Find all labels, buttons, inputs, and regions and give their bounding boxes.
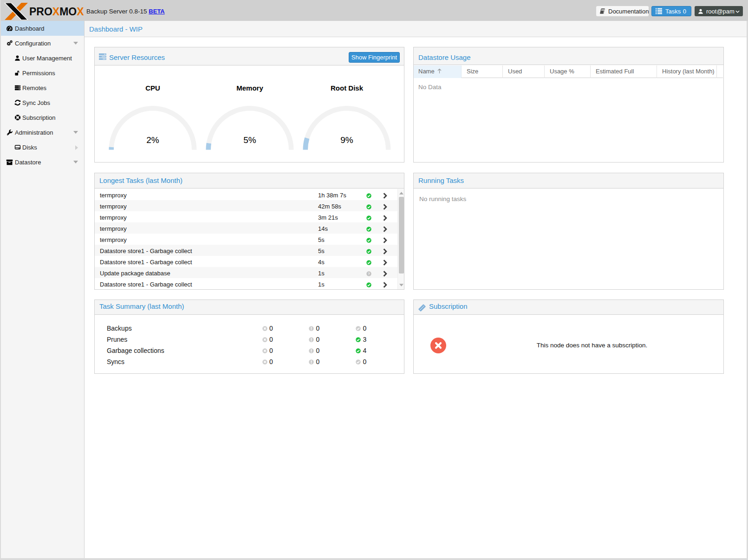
svg-text:?: ? xyxy=(368,272,370,276)
